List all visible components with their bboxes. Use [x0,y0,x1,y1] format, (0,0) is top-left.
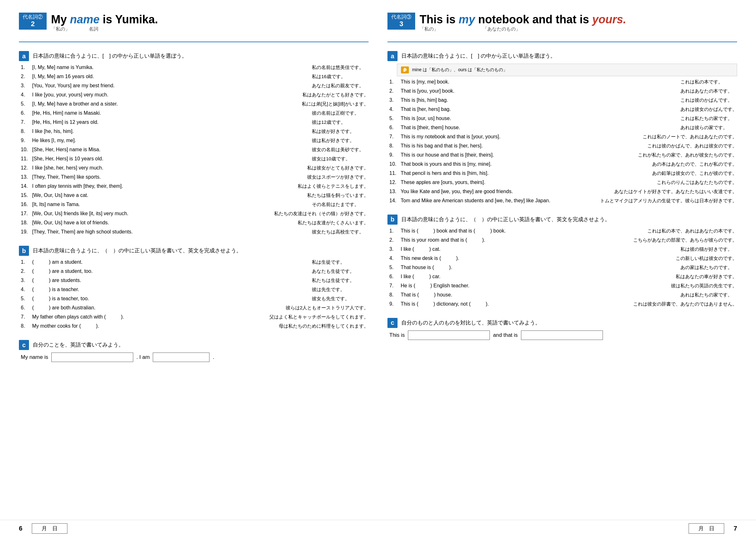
item-en: This is his bag and that is [her, hers]. [401,142,644,150]
item-num: 1. [21,258,30,266]
right-page: 代名詞③ 3 This is my notebook and that is y… [387,13,737,507]
footer-left: 6 月 日 [19,523,67,534]
list-item: 1.( ) am a student.私は生徒です。 [21,258,369,266]
unit3-num: 3 [391,20,411,28]
note-text: mine は「私のもの」、ours は「私たちのもの」 [412,67,507,72]
list-item: 7.He is ( ) English teacher.彼は私たちの英語の先生で… [389,282,737,290]
unit3-label: 代名詞③ [391,14,411,20]
unit2-c-input2[interactable] [153,352,209,362]
list-item: 13.You like Kate and [we, you, they] are… [389,188,737,195]
item-num: 13. [389,188,398,195]
item-row: This is [his, him] bag.これは彼のかばんです。 [401,96,737,104]
list-item: 7.This is my notebook and that is [your,… [389,133,737,141]
list-item: 14.Tom and Mike are American students an… [389,197,737,204]
item-row: ( ) are both Australian.彼らは2人ともオーストラリア人で… [32,304,369,312]
item-num: 3. [389,96,398,104]
item-en: ( ) are a student, too. [32,267,309,275]
item-row: That is [their, them] house.あれは彼らの家です。 [401,124,737,131]
item-jp: 父はよく私とキャッチボールをしてくれます。 [269,314,369,321]
item-num: 4. [389,255,398,262]
unit3-section-a-letter: a [387,51,398,61]
list-item: 2.[I, My, Me] am 16 years old.私は16歳です。 [21,73,369,80]
unit3-section-b-letter: b [387,214,398,225]
item-row: [I, My, Me] am 16 years old.私は16歳です。 [32,73,369,80]
unit2-title-highlight: name [70,13,99,26]
date-label-right: 月 日 [698,525,714,532]
list-item: 4.That is [her, hers] bag.あれは彼女のかばんです。 [389,105,737,113]
item-jp: 彼女の名前は美砂です。 [312,146,369,153]
unit2-section-a-instruction: 日本語の意味に合うように、[ ] の中から正しい単語を選ぼう。 [33,52,187,60]
unit3-section-b-list: 1.This is ( ) book and that is ( ) book.… [389,227,737,308]
unit3-c-input2[interactable] [521,331,603,340]
item-num: 15. [21,192,30,199]
item-num: 2. [21,73,30,80]
unit3-c-input1[interactable] [408,331,490,340]
item-row: [I, My, Me] have a brother and a sister.… [32,100,369,108]
date-box-right[interactable]: 月 日 [689,523,724,534]
unit3-section-b: b 日本語の意味に合うように、（ ）の中に正しい英語を書いて、英文を完成させよう… [387,214,737,312]
item-en: This is your room and that is ( ). [401,236,630,244]
unit2-title-post: is Yumika. [99,13,158,26]
item-jp: これは私の本で、あれはあなたの本です。 [647,227,737,235]
item-num: 9. [389,151,398,159]
item-en: [We, Our, Us] have a lot of friends. [32,219,295,226]
list-item: 13.[They, Their, Them] like sports.彼女はスポ… [21,173,369,181]
item-jp: 私たちは猫を飼っています。 [307,192,369,199]
date-label-left: 月 日 [42,525,58,532]
item-row: I like [you, your, yours] very much.私はあな… [32,91,369,99]
item-num: 12. [21,164,30,172]
item-jp: 彼女たちは高校生です。 [312,228,369,236]
item-num: 18. [21,219,30,226]
item-row: This is my notebook and that is [your, y… [401,133,737,141]
item-num: 2. [389,87,398,95]
unit2-c-input1[interactable] [51,352,133,362]
item-jp: 彼らは2人ともオーストラリア人です。 [286,304,369,312]
item-num: 1. [389,227,398,235]
item-row: He is ( ) English teacher.彼は私たちの英語の先生です。 [401,282,737,290]
item-jp: あの本はあなたので、これが私のです。 [652,161,737,168]
item-num: 10. [21,146,30,153]
unit3-section-c-letter: c [387,318,398,328]
item-jp: 私はあなたがとても好きです。 [303,91,369,99]
item-row: Tom and Mike are American students and [… [401,197,737,204]
item-en: [It, Its] name is Tama. [32,201,309,208]
item-num: 7. [21,313,30,321]
item-row: That book is yours and this is [my, mine… [401,160,737,168]
list-item: 9.This is ( ) dictionary, not ( ).これは彼女の… [389,300,737,308]
list-item: 4.I like [you, your, yours] very much.私は… [21,91,369,99]
item-row: I like ( ) car.私はあなたの車が好きです。 [401,273,737,280]
unit3-c-label1: This is [389,332,405,338]
item-num: 8. [21,128,30,135]
list-item: 11.[She, Her, Hers] is 10 years old.彼女は1… [21,155,369,163]
unit3-note: 参 mine は「私のもの」、ours は「私たちのもの」 [397,64,737,76]
list-item: 8.I like [he, his, him].私は彼が好きです。 [21,128,369,135]
unit3-title-end: yours. [592,13,626,26]
item-en: This is ( ) dictionary, not ( ). [401,300,630,308]
item-num: 11. [21,155,30,163]
item-jp: 私はよく彼らとテニスをします。 [298,183,369,190]
item-num: 6. [389,273,398,280]
item-en: [I, My, Me] have a brother and a sister. [32,100,299,108]
list-item: 1.[I, My, Me] name is Yumika.私の名前は悠美佳です。 [21,64,369,71]
item-num: 3. [389,245,398,253]
unit3-title-pre: This is [420,13,459,26]
item-en: ( ) are both Australian. [32,304,283,312]
item-num: 8. [389,142,398,150]
item-row: ( ) are students.私たちは生徒です。 [32,277,369,284]
item-jp: これは彼のかばんで、あれは彼女のです。 [647,142,737,150]
item-num: 7. [389,282,398,290]
unit3-box: 代名詞③ 3 [387,13,415,30]
unit2-main-title: My name is Yumika. [51,13,158,26]
unit2-section-b-list: 1.( ) am a student.私は生徒です。2.( ) are a st… [21,258,369,330]
item-row: [They, Their, Them] like sports.彼女はスポーツが… [32,173,369,181]
item-row: That pencil is hers and this is [him, hi… [401,170,737,177]
list-item: 5.This is [our, us] house.これは私たちの家です。 [389,115,737,122]
date-box-left[interactable]: 月 日 [32,523,67,534]
unit2-section-b: b 日本語の意味に合うように、（ ）の中に正しい英語を書いて、英文を完成させよう… [19,246,369,334]
item-en: I like ( ) cat. [401,245,677,253]
unit3-header: 代名詞③ 3 This is my notebook and that is y… [387,13,737,33]
item-jp: これは私のノートで、あれはあなたのです。 [643,133,737,141]
list-item: 4.This new desk is ( ).この新しい机は彼女のです。 [389,255,737,262]
item-row: [He, His, Him] is 12 years old.彼は12歳です。 [32,118,369,126]
item-en: He likes [I, my, me]. [32,137,309,144]
